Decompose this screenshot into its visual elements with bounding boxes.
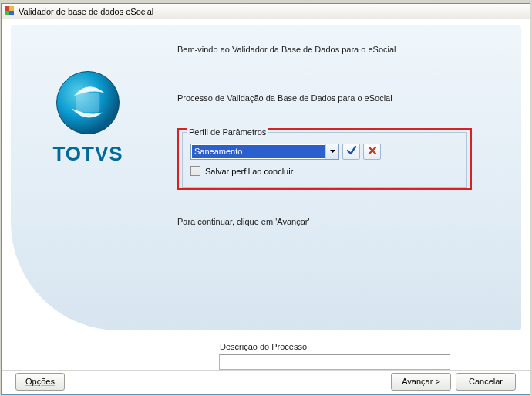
outer-grey-bar <box>0 0 532 2</box>
button-bar: Opções Avançar > Cancelar <box>2 370 530 394</box>
wizard-panel: TOTVS Bem-vindo ao Validador da Base de … <box>11 25 521 330</box>
check-icon <box>346 145 357 157</box>
logo-text: TOTVS <box>26 142 150 166</box>
totvs-logo-icon <box>53 68 123 137</box>
params-highlight-box: Perfil de Parâmetros Saneamento <box>177 128 472 190</box>
profile-cancel-button[interactable] <box>363 144 381 160</box>
checkbox-box-icon <box>190 166 200 176</box>
process-text: Processo de Validação da Base de Dados p… <box>177 93 392 103</box>
cancel-button[interactable]: Cancelar <box>456 373 516 391</box>
save-profile-label: Salvar perfil ao concluir <box>205 167 293 176</box>
save-profile-checkbox[interactable]: Salvar perfil ao concluir <box>190 166 293 176</box>
params-legend: Perfil de Parâmetros <box>187 127 268 137</box>
app-window: Validador de base de dados eSocial <box>1 3 530 395</box>
profile-combobox[interactable]: Saneamento <box>190 144 339 160</box>
description-input[interactable] <box>219 354 450 370</box>
params-row: Saneamento <box>190 143 381 160</box>
options-button[interactable]: Opções <box>15 373 65 391</box>
continue-hint: Para continuar, clique em 'Avançar' <box>177 217 310 226</box>
profile-confirm-button[interactable] <box>342 144 360 160</box>
logo-area: TOTVS <box>26 68 150 166</box>
titlebar: Validador de base de dados eSocial <box>2 4 530 19</box>
welcome-text: Bem-vindo ao Validador da Base de Dados … <box>177 45 396 54</box>
x-icon <box>368 146 377 157</box>
profile-combobox-value: Saneamento <box>192 145 325 158</box>
app-icon <box>5 6 15 17</box>
chevron-down-icon[interactable] <box>325 144 338 159</box>
client-area: TOTVS Bem-vindo ao Validador da Base de … <box>2 19 530 394</box>
params-groupbox: Perfil de Parâmetros Saneamento <box>182 132 467 188</box>
window-title: Validador de base de dados eSocial <box>19 7 153 16</box>
next-button[interactable]: Avançar > <box>391 373 451 391</box>
description-label: Descrição do Processo <box>220 342 307 351</box>
svg-rect-2 <box>76 93 100 112</box>
